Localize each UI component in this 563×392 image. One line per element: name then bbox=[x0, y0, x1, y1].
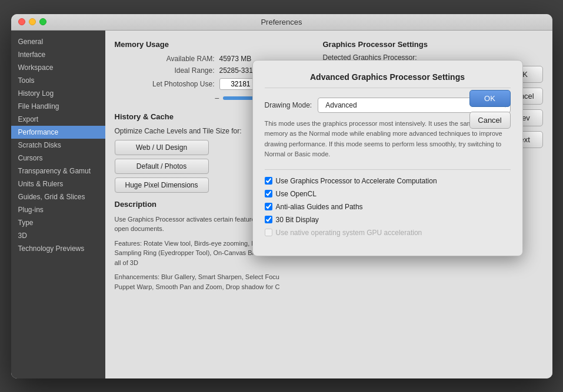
checkbox-row-1: Use Graphics Processor to Accelerate Com… bbox=[265, 177, 511, 185]
sidebar-item-type[interactable]: Type bbox=[11, 216, 105, 229]
divider bbox=[265, 169, 511, 170]
overlay-ok-button[interactable]: OK bbox=[469, 90, 511, 107]
sidebar-item-tools[interactable]: Tools bbox=[11, 74, 105, 87]
graphics-title: Graphics Processor Settings bbox=[323, 40, 494, 49]
ideal-range-label: Ideal Range: bbox=[115, 66, 215, 75]
checkbox-row-5: Use native operating system GPU accelera… bbox=[265, 229, 511, 237]
sidebar-item-history-log[interactable]: History Log bbox=[11, 87, 105, 100]
maximize-button[interactable] bbox=[39, 18, 46, 25]
huge-pixel-button[interactable]: Huge Pixel Dimensions bbox=[115, 177, 209, 193]
checkbox-row-4: 30 Bit Display bbox=[265, 216, 511, 224]
checkbox-row-3: Anti-alias Guides and Paths bbox=[265, 203, 511, 211]
sidebar-item-plug-ins[interactable]: Plug-ins bbox=[11, 203, 105, 216]
window-title: Preferences bbox=[261, 18, 302, 26]
native-gpu-checkbox bbox=[265, 229, 272, 236]
content-area: GeneralInterfaceWorkspaceToolsHistory Lo… bbox=[11, 31, 552, 378]
overlay-checkboxes: Use Graphics Processor to Accelerate Com… bbox=[265, 177, 511, 237]
slider-minus[interactable]: − bbox=[215, 93, 219, 103]
window-controls bbox=[18, 18, 46, 25]
let-ps-use-input[interactable] bbox=[219, 78, 255, 90]
sidebar-item-file-handling[interactable]: File Handling bbox=[11, 100, 105, 113]
description-text3: Enhancements: Blur Gallery, Smart Sharpe… bbox=[115, 272, 291, 292]
native-gpu-label: Use native operating system GPU accelera… bbox=[276, 229, 422, 237]
available-ram-label: Available RAM: bbox=[115, 55, 215, 63]
sidebar-item-interface[interactable]: Interface bbox=[11, 48, 105, 61]
sidebar-item-export[interactable]: Export bbox=[11, 113, 105, 126]
sidebar-item-workspace[interactable]: Workspace bbox=[11, 61, 105, 74]
available-ram-value: 45973 MB bbox=[219, 55, 252, 63]
sidebar-item-technology-previews[interactable]: Technology Previews bbox=[11, 242, 105, 255]
main-content: Memory Usage Available RAM: 45973 MB Ide… bbox=[105, 31, 552, 378]
overlay-cancel-button[interactable]: Cancel bbox=[469, 112, 511, 129]
web-ui-design-button[interactable]: Web / UI Design bbox=[115, 140, 209, 155]
advanced-dialog-title: Advanced Graphics Processor Settings bbox=[265, 72, 511, 88]
anti-alias-checkbox[interactable] bbox=[265, 203, 272, 210]
bit-display-checkbox[interactable] bbox=[265, 216, 272, 223]
titlebar: Preferences bbox=[11, 14, 552, 31]
sidebar-item-performance[interactable]: Performance bbox=[11, 126, 105, 139]
sidebar-item-guides-grid-slices[interactable]: Guides, Grid & Slices bbox=[11, 190, 105, 203]
minimize-button[interactable] bbox=[29, 18, 36, 25]
default-photos-button[interactable]: Default / Photos bbox=[115, 159, 209, 174]
sidebar-item-transparency-gamut[interactable]: Transparency & Gamut bbox=[11, 165, 105, 177]
bit-display-label: 30 Bit Display bbox=[276, 216, 319, 224]
sidebar-item-general[interactable]: General bbox=[11, 35, 105, 48]
let-ps-use-label: Let Photoshop Use: bbox=[115, 80, 215, 88]
sidebar-item-3d[interactable]: 3D bbox=[11, 229, 105, 242]
advanced-graphics-dialog: Advanced Graphics Processor Settings Dra… bbox=[252, 60, 523, 256]
preferences-window: Preferences GeneralInterfaceWorkspaceToo… bbox=[11, 14, 552, 378]
sidebar: GeneralInterfaceWorkspaceToolsHistory Lo… bbox=[11, 31, 105, 378]
checkbox-row-2: Use OpenCL bbox=[265, 190, 511, 198]
accelerate-computation-checkbox[interactable] bbox=[265, 177, 272, 185]
sidebar-item-scratch-disks[interactable]: Scratch Disks bbox=[11, 139, 105, 152]
use-opencl-label: Use OpenCL bbox=[276, 190, 317, 198]
accelerate-computation-label: Use Graphics Processor to Accelerate Com… bbox=[276, 177, 437, 185]
drawing-mode-label: Drawing Mode: bbox=[265, 101, 312, 109]
overlay-buttons: OK Cancel bbox=[469, 90, 511, 129]
sidebar-item-cursors[interactable]: Cursors bbox=[11, 152, 105, 165]
close-button[interactable] bbox=[18, 18, 25, 25]
use-opencl-checkbox[interactable] bbox=[265, 190, 272, 197]
sidebar-item-units-rulers[interactable]: Units & Rulers bbox=[11, 177, 105, 190]
anti-alias-label: Anti-alias Guides and Paths bbox=[276, 203, 363, 211]
